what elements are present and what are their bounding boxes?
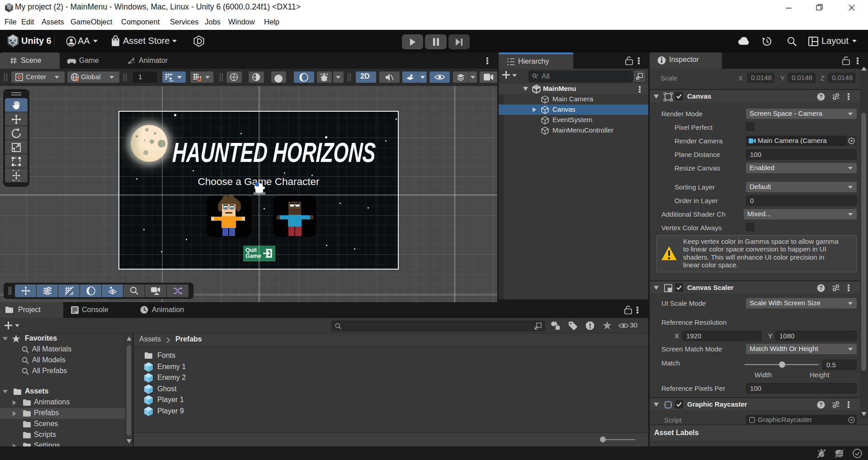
svg-text:?: ? xyxy=(819,402,822,408)
svg-text:?: ? xyxy=(819,285,822,291)
svg-text:?: ? xyxy=(819,94,822,100)
